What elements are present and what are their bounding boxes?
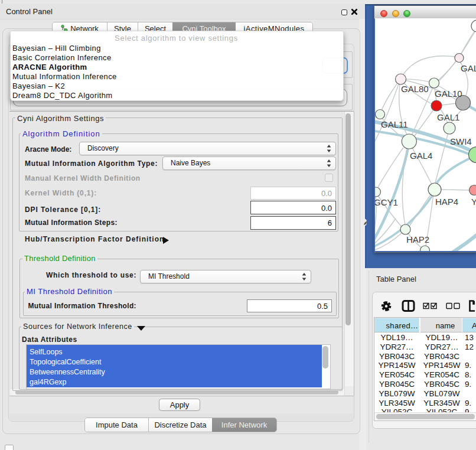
svg-text:GAL2: GAL2: [461, 63, 476, 73]
svg-text:YJ: YJ: [471, 197, 476, 207]
svg-text:HAP4: HAP4: [435, 197, 458, 207]
svg-text:GAL80: GAL80: [401, 84, 429, 94]
svg-text:GAL10: GAL10: [435, 89, 462, 99]
svg-text:GAL4: GAL4: [410, 151, 432, 161]
svg-text:GCY1: GCY1: [375, 197, 398, 207]
svg-text:SWI4: SWI4: [450, 136, 472, 146]
svg-text:GAL1: GAL1: [437, 112, 459, 122]
svg-text:GAL11: GAL11: [381, 119, 408, 129]
svg-text:HAP2: HAP2: [406, 234, 429, 244]
